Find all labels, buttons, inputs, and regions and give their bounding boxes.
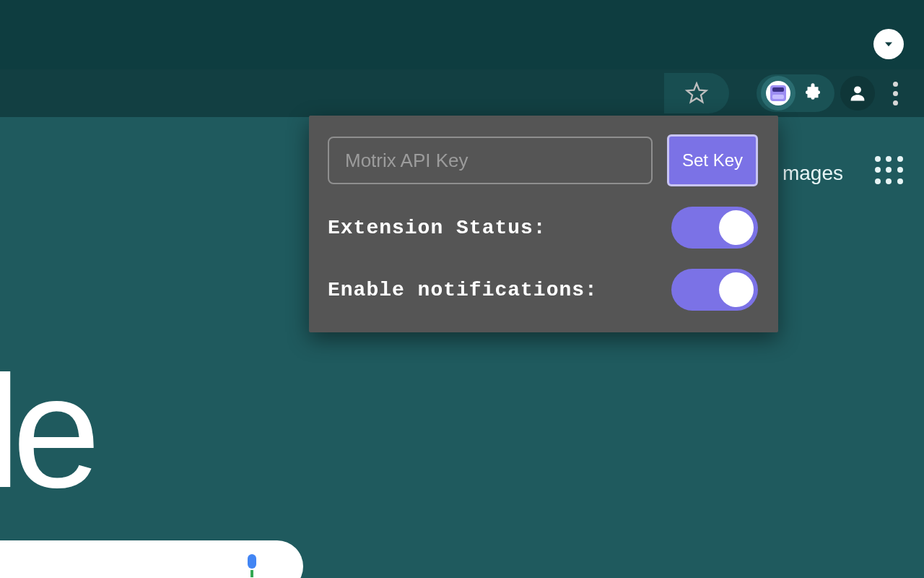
enable-notifications-label: Enable notifications: (328, 279, 598, 301)
notifications-row: Enable notifications: (328, 269, 758, 311)
toolbar-right-icons (757, 69, 910, 117)
star-icon (684, 81, 709, 105)
api-key-input[interactable] (328, 137, 653, 184)
bookmark-button[interactable] (664, 73, 729, 113)
api-key-row: Set Key (328, 134, 758, 186)
toggle-knob (719, 210, 754, 245)
active-extension-button[interactable] (761, 76, 796, 111)
extensions-pill (757, 74, 834, 112)
person-icon (847, 83, 868, 103)
voice-search-button[interactable] (244, 554, 260, 578)
caret-down-icon (881, 37, 896, 51)
extensions-button[interactable] (796, 76, 830, 111)
browser-menu-button[interactable] (881, 76, 910, 111)
set-key-button[interactable]: Set Key (667, 134, 758, 186)
browser-toolbar (0, 69, 924, 119)
enable-notifications-toggle[interactable] (671, 269, 758, 311)
logo-fragment: le (0, 341, 92, 524)
extension-status-label: Extension Status: (328, 217, 546, 239)
apps-launcher-button[interactable] (875, 156, 904, 185)
puzzle-piece-icon (802, 82, 824, 104)
window-title-bar (0, 0, 924, 69)
nav-link-images[interactable]: mages (783, 162, 843, 185)
extension-status-row: Extension Status: (328, 207, 758, 249)
search-box[interactable] (0, 540, 303, 578)
microphone-icon (248, 554, 256, 569)
profile-button[interactable] (840, 76, 875, 111)
window-caret-button[interactable] (873, 29, 904, 59)
address-bar-area (0, 69, 729, 117)
motrix-extension-icon (766, 81, 790, 105)
apps-grid-icon (875, 156, 881, 162)
extension-status-toggle[interactable] (671, 207, 758, 249)
extension-popup: Set Key Extension Status: Enable notific… (309, 116, 778, 332)
toggle-knob (719, 272, 754, 307)
svg-point-0 (854, 86, 861, 93)
kebab-menu-icon (893, 82, 898, 87)
